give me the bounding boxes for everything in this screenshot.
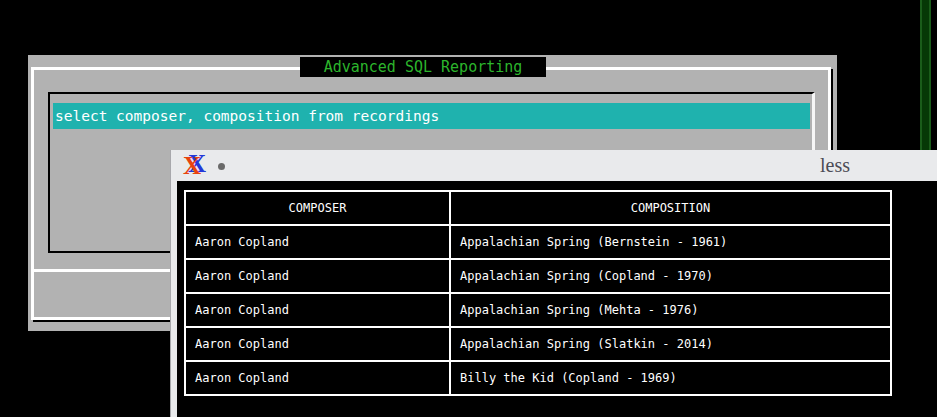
x11-logo-icon: X X bbox=[183, 151, 209, 179]
composition-cell: Appalachian Spring (Mehta - 1976) bbox=[450, 293, 891, 327]
header-composition: COMPOSITION bbox=[450, 191, 891, 225]
less-content: COMPOSER COMPOSITION Aaron Copland Appal… bbox=[177, 181, 937, 417]
screen-edge-stripe bbox=[920, 0, 931, 151]
table-row: Aaron Copland Billy the Kid (Copland - 1… bbox=[185, 361, 891, 395]
table-row: Aaron Copland Appalachian Spring (Slatki… bbox=[185, 327, 891, 361]
composer-cell: Aaron Copland bbox=[185, 327, 450, 361]
composition-cell: Appalachian Spring (Copland - 1970) bbox=[450, 259, 891, 293]
composer-cell: Aaron Copland bbox=[185, 225, 450, 259]
window-title: Advanced SQL Reporting bbox=[300, 57, 546, 77]
composer-cell: Aaron Copland bbox=[185, 361, 450, 395]
desktop: Advanced SQL Reporting X X less COMPOSER… bbox=[0, 0, 937, 417]
less-window: X X less COMPOSER COMPOSITION bbox=[170, 150, 937, 417]
composition-cell: Appalachian Spring (Slatkin - 2014) bbox=[450, 327, 891, 361]
less-titlebar[interactable]: X X less bbox=[171, 150, 937, 181]
composition-cell: Billy the Kid (Copland - 1969) bbox=[450, 361, 891, 395]
table-row: Aaron Copland Appalachian Spring (Coplan… bbox=[185, 259, 891, 293]
titlebar-dot-icon bbox=[218, 163, 225, 170]
results-table: COMPOSER COMPOSITION Aaron Copland Appal… bbox=[184, 190, 892, 396]
less-window-title: less bbox=[785, 154, 885, 177]
table-header-row: COMPOSER COMPOSITION bbox=[185, 191, 891, 225]
header-composer: COMPOSER bbox=[185, 191, 450, 225]
table-row: Aaron Copland Appalachian Spring (Mehta … bbox=[185, 293, 891, 327]
composer-cell: Aaron Copland bbox=[185, 293, 450, 327]
table-row: Aaron Copland Appalachian Spring (Bernst… bbox=[185, 225, 891, 259]
composer-cell: Aaron Copland bbox=[185, 259, 450, 293]
sql-query-input[interactable] bbox=[53, 103, 810, 129]
composition-cell: Appalachian Spring (Bernstein - 1961) bbox=[450, 225, 891, 259]
